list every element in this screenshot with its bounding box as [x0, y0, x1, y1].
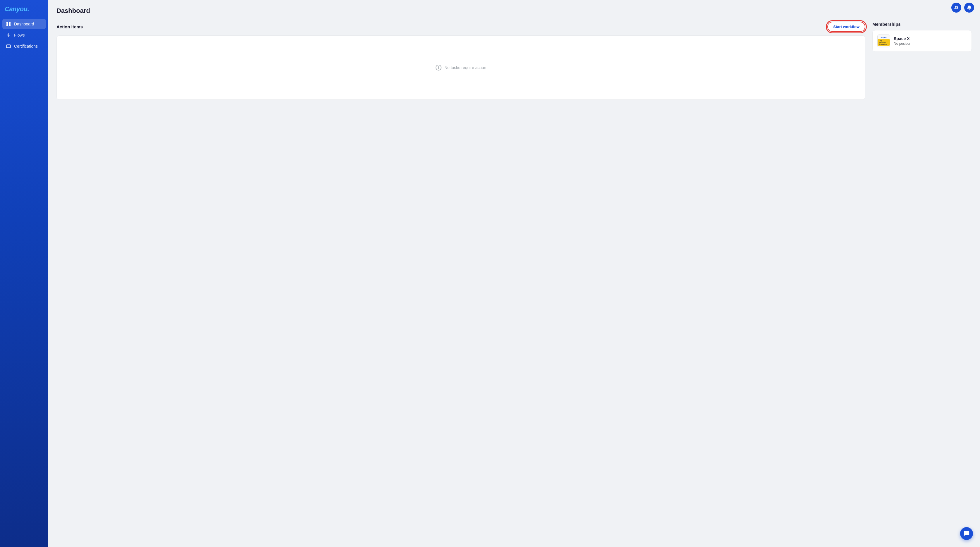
card-icon: [6, 44, 11, 49]
empty-state-message: No tasks require action: [444, 65, 486, 70]
main-content: Dashboard Action Items Start workflow i …: [48, 0, 980, 547]
app-logo: Canyou.: [5, 5, 29, 13]
start-workflow-button[interactable]: Start workflow: [827, 22, 865, 32]
svg-rect-3: [9, 24, 11, 26]
action-items-card: i No tasks require action: [56, 35, 865, 100]
empty-state: i No tasks require action: [436, 65, 486, 70]
onboarding-badge-text: Easy EmployeeOnboarding: [879, 40, 889, 45]
svg-rect-1: [9, 22, 11, 24]
page-title: Dashboard: [56, 7, 972, 14]
action-items-section: Action Items Start workflow i No tasks r…: [56, 22, 865, 100]
memberships-card: Canyou. Easy EmployeeOnboarding Space X …: [872, 30, 972, 52]
content-row: Action Items Start workflow i No tasks r…: [56, 22, 972, 100]
membership-info: Space X No position: [894, 36, 911, 46]
membership-item[interactable]: Canyou. Easy EmployeeOnboarding Space X …: [873, 30, 972, 51]
svg-rect-2: [6, 24, 8, 26]
svg-rect-0: [6, 22, 8, 24]
membership-org: Space X: [894, 36, 911, 41]
user-avatar-button[interactable]: JS: [951, 3, 961, 13]
sidebar-item-flows[interactable]: Flows: [2, 30, 46, 40]
grid-icon: [6, 21, 11, 27]
sidebar-item-label: Certifications: [14, 44, 38, 49]
sidebar: Canyou. Dashboard Flows: [0, 0, 48, 547]
info-icon: i: [436, 65, 441, 70]
sidebar-item-dashboard[interactable]: Dashboard: [2, 19, 46, 29]
memberships-title: Memberships: [872, 22, 972, 27]
chat-button[interactable]: [960, 527, 973, 540]
notification-button[interactable]: [964, 3, 974, 13]
onboarding-badge: Easy EmployeeOnboarding: [878, 39, 890, 46]
membership-logo: Canyou. Easy EmployeeOnboarding: [877, 35, 890, 48]
sidebar-nav: Dashboard Flows Certifications: [0, 19, 48, 51]
topbar-actions: JS: [951, 3, 974, 13]
canyou-logo-small: Canyou.: [880, 37, 888, 39]
bolt-icon: [6, 32, 11, 38]
action-items-header: Action Items Start workflow: [56, 22, 865, 32]
sidebar-logo: Canyou.: [0, 0, 48, 19]
sidebar-item-certifications[interactable]: Certifications: [2, 41, 46, 51]
svg-rect-5: [6, 45, 11, 48]
memberships-section: Memberships Canyou. Easy EmployeeOnboard…: [872, 22, 972, 52]
sidebar-item-label: Dashboard: [14, 22, 34, 26]
membership-position: No position: [894, 41, 911, 46]
action-items-title: Action Items: [56, 24, 83, 29]
sidebar-item-label: Flows: [14, 33, 25, 37]
svg-marker-4: [7, 33, 10, 37]
